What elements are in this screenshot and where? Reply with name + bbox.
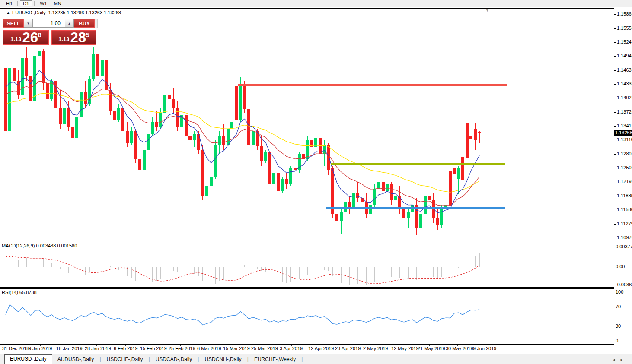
buy-price-big: 28 <box>70 31 86 44</box>
price-tick-mark <box>614 126 616 127</box>
macd-axis-label: 0.00 <box>616 264 625 269</box>
date-tick-mark <box>263 345 263 346</box>
price-tick-mark <box>614 14 616 15</box>
price-tick-label: 1.12500 <box>617 165 632 170</box>
date-axis-label: 12 Apr 2019 <box>308 346 334 351</box>
date-axis-label: 23 Apr 2019 <box>335 346 361 351</box>
date-axis-label: 3 Apr 2019 <box>280 346 303 351</box>
date-tick-mark <box>429 345 430 346</box>
macd-axis-label: 0.003777 <box>616 244 632 249</box>
price-tick-label: 1.14940 <box>617 53 632 58</box>
price-tick-label: 1.12805 <box>617 151 632 156</box>
date-axis-label: 2 May 2019 <box>363 346 388 351</box>
tab-eurchf-weekly[interactable]: EURCHF-,Weekly <box>249 355 301 364</box>
volume-up-button[interactable]: ▲ <box>65 19 74 28</box>
date-tick-mark <box>152 345 152 346</box>
price-tick-mark <box>614 210 616 210</box>
date-axis-label: 9 Jan 2019 <box>29 346 52 351</box>
date-tick-mark <box>96 345 97 346</box>
price-tick-label: 1.14330 <box>617 81 632 86</box>
chart-tabbar: EURUSD-,DailyAUDUSD-,Daily|USDCHF-,Daily… <box>0 354 632 364</box>
price-tick-mark <box>614 224 616 225</box>
volume-down-button[interactable]: ▼ <box>24 19 33 28</box>
sell-price-box[interactable]: 1.13 26 8 <box>3 30 49 45</box>
price-tick-mark <box>614 84 616 85</box>
price-tick-label: 1.15860 <box>617 11 632 16</box>
timeframe-button-h4[interactable]: H4 <box>3 0 15 6</box>
price-tick-label: 1.13110 <box>617 137 632 142</box>
date-tick-mark <box>457 345 458 346</box>
price-tick-mark <box>614 168 616 168</box>
date-tick-mark <box>209 345 209 346</box>
price-tick-label: 1.13720 <box>617 109 632 114</box>
tab-usdcnh-daily[interactable]: USDCNH-,Daily <box>199 355 246 364</box>
date-axis-label: 12 May 2019 <box>391 346 419 351</box>
toolbar-separator <box>67 1 67 6</box>
date-axis-label: 31 Dec 2018 <box>2 346 29 351</box>
price-tick-mark <box>614 140 616 140</box>
price-tick-label: 1.14025 <box>617 95 632 100</box>
rsi-axis-label: 100 <box>616 289 623 294</box>
date-axis-label: 28 Jan 2019 <box>85 346 111 351</box>
toolbar-separator <box>17 1 18 6</box>
tab-usdcad-daily[interactable]: USDCAD-,Daily <box>150 355 198 364</box>
price-tick-mark <box>614 98 616 98</box>
rsi-axis-label: 0 <box>616 338 618 343</box>
price-tick-mark <box>614 112 616 113</box>
date-axis-label: 25 Feb 2019 <box>169 346 195 351</box>
trading-platform-window: H4D1W1MN ▲EURUSD-,Daily 1.13285 1.13286 … <box>0 0 632 364</box>
chart-shift-marker-icon[interactable]: ▼ <box>485 8 489 13</box>
macd-indicator-pane[interactable]: MACD(12,26,9) 0.003438 0.001580 <box>0 242 614 288</box>
buy-price-box[interactable]: 1.13 28 5 <box>51 30 96 45</box>
rsi-axis-label: 70 <box>616 304 621 309</box>
price-tick-label: 1.12195 <box>617 179 632 184</box>
price-tick-mark <box>614 70 616 71</box>
price-tick-label: 1.10970 <box>617 235 632 240</box>
timeframe-button-w1[interactable]: W1 <box>37 0 50 6</box>
tab-eurusd-daily[interactable]: EURUSD-,Daily <box>4 354 52 364</box>
tab-scroll-right-icon[interactable]: ► <box>620 358 628 362</box>
price-tick-mark <box>614 56 616 57</box>
timeframe-button-d1[interactable]: D1 <box>20 0 32 6</box>
sell-button[interactable]: SELL <box>3 19 24 28</box>
price-tick-mark <box>614 196 616 196</box>
main-chart-pane[interactable]: ▲EURUSD-,Daily 1.13285 1.13286 1.13263 1… <box>0 8 614 241</box>
sell-price-big: 26 <box>22 31 38 44</box>
date-axis-label: 6 Mar 2019 <box>197 346 221 351</box>
collapse-panel-icon[interactable]: ▲ <box>6 11 10 15</box>
timeframe-toolbar: H4D1W1MN <box>0 0 632 7</box>
tab-audusd-daily[interactable]: AUDUSD-,Daily <box>52 355 99 364</box>
price-tick-mark <box>614 238 616 238</box>
price-tick-label: 1.11275 <box>617 221 632 226</box>
volume-input[interactable] <box>33 19 65 28</box>
buy-price-sup: 5 <box>86 32 89 38</box>
price-tick-mark <box>614 182 616 182</box>
buy-price-prefix: 1.13 <box>58 36 69 42</box>
one-click-trade-panel: SELL ▼ ▲ BUY 1.13 26 8 1.13 28 5 <box>3 19 98 45</box>
date-tick-mark <box>291 345 292 346</box>
price-tick-label: 1.15550 <box>617 25 632 31</box>
tab-scroll-left-icon[interactable]: ◄ <box>612 358 620 362</box>
macd-axis-label: -0.003682 <box>616 282 632 287</box>
date-axis-label: 15 Feb 2019 <box>140 346 167 351</box>
date-tick-mark <box>403 345 403 346</box>
price-tick-label: 1.13415 <box>617 123 632 128</box>
toolbar-separator <box>34 1 35 6</box>
sell-price-prefix: 1.13 <box>10 36 21 42</box>
timeframe-button-mn[interactable]: MN <box>51 0 64 6</box>
date-axis-label: 6 Feb 2019 <box>114 346 138 351</box>
tab-usdchf-daily[interactable]: USDCHF-,Daily <box>102 355 148 364</box>
price-tick-mark <box>614 42 616 43</box>
date-tick-mark <box>235 345 235 346</box>
rsi-label: RSI(14) 65.8738 <box>2 290 37 295</box>
rsi-axis-label: 30 <box>616 323 621 329</box>
macd-label: MACD(12,26,9) 0.003438 0.001580 <box>2 243 77 248</box>
price-tick-mark <box>614 28 616 29</box>
rsi-indicator-pane[interactable]: RSI(14) 65.8738 <box>0 288 614 345</box>
chevron-up-icon: ▲ <box>68 22 71 25</box>
price-tick-label: 1.11580 <box>617 207 632 212</box>
tab-separator: | <box>301 356 303 364</box>
date-axis-label: 9 Jun 2019 <box>473 346 496 351</box>
tab-scroll-arrows[interactable]: ◄► <box>612 358 628 362</box>
buy-button[interactable]: BUY <box>74 19 95 28</box>
